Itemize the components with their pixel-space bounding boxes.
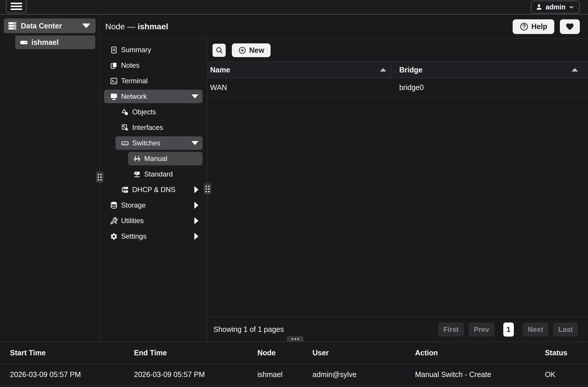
chevron-down-icon (191, 141, 198, 145)
log-column-node: Node (257, 349, 312, 357)
nav-item-label: Summary (121, 46, 151, 54)
chevron-right-icon (194, 186, 198, 193)
column-header-name[interactable]: Name (208, 62, 391, 78)
file-text-icon (110, 46, 118, 54)
nav-item-settings[interactable]: Settings (104, 230, 203, 243)
log-cell-start-time: 2026-03-09 05:57 PM (10, 370, 134, 379)
hamburger-menu-button[interactable] (6, 0, 27, 13)
log-cell-action: Manual Switch - Create (415, 370, 545, 379)
last-page-button[interactable]: Last (553, 322, 578, 337)
settings-icon (110, 232, 118, 240)
table-row[interactable]: WAN bridge0 (208, 78, 588, 97)
column-label: Bridge (399, 66, 422, 74)
page-title: Node — ishmael (105, 22, 168, 31)
nav-item-label: Network (121, 92, 147, 101)
column-label: Name (210, 66, 230, 74)
nav-item-interfaces[interactable]: Interfaces (115, 121, 203, 134)
switch-device-icon (121, 139, 129, 147)
user-menu-button[interactable]: admin (531, 1, 580, 13)
column-header-bridge[interactable]: Bridge (391, 62, 588, 78)
switches-table-header: Name Bridge (208, 62, 588, 78)
nav-item-label: Notes (121, 61, 140, 69)
nav-item-terminal[interactable]: Terminal (104, 74, 203, 88)
nav-splitter-handle[interactable] (204, 183, 211, 194)
new-button-label: New (249, 46, 264, 55)
nav-item-label: Utilities (121, 217, 144, 225)
node-icon (20, 39, 28, 46)
sidebar-item-datacenter[interactable]: Data Center (4, 18, 96, 33)
new-button[interactable]: New (232, 43, 271, 57)
shapes-icon (121, 108, 129, 116)
log-cell-node: ishmael (257, 370, 312, 379)
sort-ascending-icon (572, 68, 578, 72)
terminal-icon (110, 77, 118, 85)
chevron-right-icon (194, 217, 198, 224)
nav-item-summary[interactable]: Summary (104, 43, 203, 57)
nav-item-label: Objects (132, 108, 156, 116)
sort-ascending-icon (380, 68, 386, 72)
main-panel: New Name Bridge WAN bridge0 Showing 1 of… (208, 39, 588, 342)
search-button[interactable] (213, 44, 226, 57)
manual-switch-icon (133, 155, 141, 163)
activity-log-panel: Start Time End Time Node User Action Sta… (0, 342, 588, 387)
nav-item-notes[interactable]: Notes (104, 59, 203, 72)
log-column-end-time: End Time (134, 349, 257, 357)
nav-item-label: Standard (144, 170, 173, 178)
log-column-start-time: Start Time (10, 349, 134, 357)
chevron-down-icon (568, 4, 575, 10)
log-column-action: Action (415, 349, 545, 357)
nav-item-objects[interactable]: Objects (115, 105, 203, 119)
app-root: admin Data Center ishmael Node — ishmael (0, 0, 588, 387)
storage-icon (110, 201, 118, 209)
log-panel-splitter-handle[interactable] (287, 336, 304, 342)
standard-switch-icon (133, 170, 141, 178)
help-button-label: Help (531, 22, 547, 31)
log-cell-end-time: 2026-03-09 05:57 PM (134, 370, 257, 379)
chevron-down-icon (82, 23, 90, 28)
log-cell-user: admin@sylve (312, 370, 415, 379)
chevron-down-icon (191, 94, 198, 99)
page-title-node: ishmael (138, 22, 168, 31)
sidebar-splitter-handle[interactable] (96, 172, 103, 183)
nav-item-label: Settings (121, 232, 147, 240)
first-page-button[interactable]: First (438, 322, 464, 337)
pagination-bar: Showing 1 of 1 pages First Prev 1 Next L… (208, 317, 588, 342)
sidebar-item-label: ishmael (31, 38, 59, 47)
nav-item-utilities[interactable]: Utilities (104, 214, 203, 228)
topbar: admin (0, 0, 588, 15)
network-monitor-icon (110, 93, 118, 101)
nav-item-storage[interactable]: Storage (104, 198, 203, 212)
nav-item-label: Terminal (121, 77, 148, 85)
heart-icon (565, 22, 574, 31)
circle-plus-icon (238, 46, 246, 54)
current-page-button[interactable]: 1 (503, 322, 514, 337)
user-menu-label: admin (545, 3, 565, 11)
chevron-right-icon (194, 233, 198, 240)
sidebar-item-label: Data Center (21, 22, 62, 30)
user-icon (536, 4, 543, 11)
nav-item-standard[interactable]: Standard (128, 167, 203, 181)
prev-page-button[interactable]: Prev (469, 322, 494, 337)
page-title-prefix: Node — (105, 22, 138, 31)
nav-item-label: Interfaces (132, 123, 163, 132)
page-header: Node — ishmael Help (100, 15, 588, 39)
nav-item-dhcp-dns[interactable]: DHCP & DNS (115, 183, 203, 196)
nav-item-manual[interactable]: Manual (128, 152, 203, 165)
nav-item-label: Manual (144, 155, 167, 163)
cell-bridge: bridge0 (391, 83, 588, 92)
nav-item-network[interactable]: Network (104, 90, 203, 103)
sidebar-item-node-ishmael[interactable]: ishmael (15, 35, 95, 49)
server-stack-icon (7, 21, 18, 31)
help-circle-icon (520, 22, 528, 31)
favorite-button[interactable] (560, 19, 580, 34)
pagination-summary: Showing 1 of 1 pages (213, 325, 284, 334)
nav-item-switches[interactable]: Switches (115, 136, 203, 150)
host-sidebar: Data Center ishmael (0, 15, 100, 342)
interfaces-icon (121, 124, 129, 132)
log-table-row: 2026-03-09 05:57 PM 2026-03-09 05:57 PM … (0, 364, 588, 386)
dhcp-dns-icon (121, 186, 129, 194)
next-page-button[interactable]: Next (523, 322, 548, 337)
log-cell-status: OK (545, 370, 588, 379)
search-icon (215, 46, 223, 54)
help-button[interactable]: Help (513, 19, 554, 34)
